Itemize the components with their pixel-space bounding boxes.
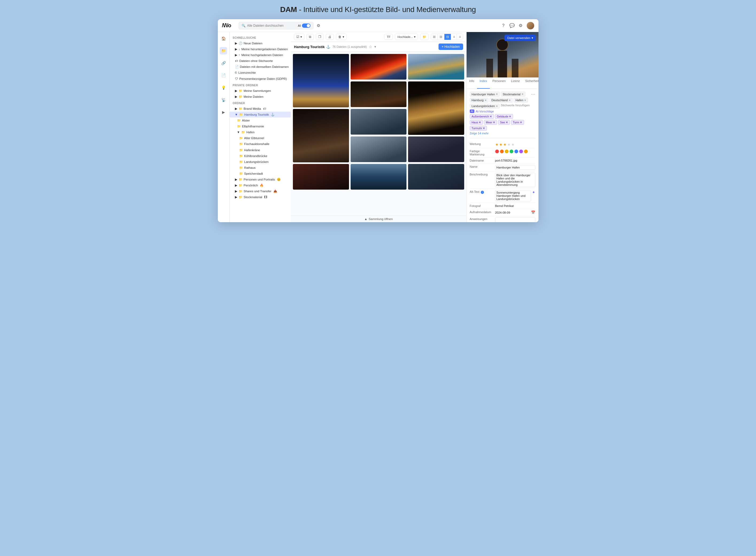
color-purple[interactable] (519, 149, 523, 153)
grid-cell-3[interactable] (408, 54, 464, 79)
view-list-compact[interactable]: ≡ (451, 34, 457, 40)
grid-cell-6[interactable] (293, 109, 349, 162)
tag-remove-icon[interactable]: ✕ (521, 93, 524, 96)
folder-btn[interactable]: 📁 (420, 34, 429, 40)
sidebar-hafenkraene[interactable]: 📁 Hafenkräne (230, 147, 291, 153)
grid-cell-1[interactable] (293, 54, 349, 107)
name-value[interactable]: Hamburger Hafen (495, 165, 535, 170)
color-red[interactable] (495, 149, 499, 153)
sidebar-alster[interactable]: 📁 Alster (230, 117, 291, 124)
view-large-grid[interactable]: ⊞ (431, 34, 438, 40)
show-more-btn[interactable]: Zeige 14 mehr (470, 132, 535, 135)
color-blue[interactable] (515, 149, 518, 153)
sidebar-my-collections[interactable]: ▶ 📁 Meine Sammlungen (230, 88, 291, 94)
collection-bar[interactable]: ▲ Sammlung öffnen (291, 215, 466, 222)
tag-remove-icon[interactable]: ✕ (483, 127, 485, 130)
tab-personen[interactable]: Personen (490, 77, 508, 89)
sidebar-personen-portraits[interactable]: ▶ 📁 Personen und Portraits 😊 (230, 176, 291, 182)
sidebar-no-keywords[interactable]: 🏷 Dateien ohne Stichworte (230, 58, 291, 64)
nav-play[interactable]: ▶ (220, 108, 227, 116)
tag-remove-icon[interactable]: ✕ (524, 99, 526, 102)
settings-icon[interactable]: ⚙ (518, 23, 523, 28)
view-list[interactable]: ≡ (457, 34, 463, 40)
sidebar-new-files[interactable]: ▶ 🕐 Neue Dateien (230, 40, 291, 46)
tag-remove-icon[interactable]: ✕ (479, 121, 481, 124)
sidebar-stockmaterial[interactable]: ▶ 📁 Stockmaterial 🎞 (230, 194, 291, 200)
chat-icon[interactable]: 💬 (510, 23, 515, 28)
tag-remove-icon[interactable]: ✕ (485, 99, 487, 102)
alt-text-value[interactable]: Sonnenuntergang Hamburger Hafen und Land… (495, 190, 535, 201)
ai-tag-turmuhr[interactable]: Turmuhr ✕ (470, 126, 487, 131)
sidebar-fischauktionshalle[interactable]: 📁 Fischauktionshalle (230, 141, 291, 147)
tag-remove-icon[interactable]: ✕ (509, 115, 511, 118)
rating-stars[interactable]: ★ ★ ★ ★ ★ (495, 142, 535, 147)
view-small-grid[interactable]: ⊟ (445, 34, 451, 40)
tag-deutschland[interactable]: Deutschland ✕ (490, 98, 513, 103)
upload-dropdown-btn[interactable]: Hochlade... ▾ (395, 34, 418, 40)
star-1[interactable]: ★ (495, 142, 499, 147)
sidebar-shares-transfer[interactable]: ▶ 📁 Shares und Transfer 📤 (230, 188, 291, 194)
nav-document[interactable]: 📄 (220, 72, 227, 79)
ai-generate-icon[interactable]: ✦ (532, 190, 535, 195)
tf-btn[interactable]: TF (384, 34, 393, 40)
tag-remove-icon[interactable]: ✕ (508, 99, 511, 102)
search-bar[interactable]: 🔍 AI (239, 22, 314, 29)
select-all-btn[interactable]: ☑ ▾ (294, 34, 304, 40)
sidebar-downloaded-files[interactable]: ▶ ↓ Meine heruntergeladenen Dateien (230, 46, 291, 52)
calendar-icon[interactable]: 📅 (531, 210, 535, 214)
nav-home[interactable]: 🏠 (220, 35, 227, 42)
sidebar-same-filename[interactable]: 📄 Dateien mit demselben Dateinamen (230, 64, 291, 70)
ai-toggle[interactable]: AI (298, 24, 310, 28)
help-icon[interactable]: ? (501, 23, 506, 28)
grid-cell-2[interactable] (351, 54, 406, 79)
sidebar-hafen[interactable]: ▼ 📁 Hafen (230, 129, 291, 135)
ai-tag-meer[interactable]: Meer ✕ (484, 120, 497, 125)
nav-files[interactable]: 📁 (220, 47, 227, 55)
ai-tag-turm[interactable]: Turm ✕ (511, 120, 524, 125)
grid-cell-4[interactable] (351, 81, 406, 107)
nav-share[interactable]: 🔗 (220, 59, 227, 67)
grid-cell-8[interactable] (351, 136, 406, 162)
search-input[interactable] (247, 24, 296, 28)
instructions-value[interactable] (495, 217, 535, 222)
chevron-down-icon[interactable]: ▾ (374, 45, 376, 48)
tag-landungsbruecken[interactable]: Landungsbrücken ✕ (470, 104, 500, 108)
color-orange[interactable] (500, 149, 504, 153)
sidebar-alter-elbtunnel[interactable]: 📁 Alter Elbtunnel (230, 135, 291, 141)
nav-podcast[interactable]: 📡 (220, 96, 227, 104)
color-green[interactable] (510, 149, 513, 153)
date-value[interactable]: 2024-08-09 📅 (495, 210, 535, 214)
more-options-btn[interactable]: ⋯ (531, 92, 535, 97)
star-5[interactable]: ★ (511, 142, 515, 147)
ai-tag-aussenbereich[interactable]: Außenbereich ✕ (470, 114, 494, 119)
star-2[interactable]: ★ (499, 142, 503, 147)
tag-hamburger-hafen[interactable]: Hamburger Hafen ✕ (470, 92, 500, 97)
tab-lizenz[interactable]: Lizenz (508, 77, 522, 89)
sidebar-persoenlich[interactable]: ▶ 📁 Persönlich 🔥 (230, 182, 291, 188)
grid-cell-11[interactable] (351, 164, 406, 189)
bookmark-icon[interactable]: ☆ (369, 45, 372, 49)
sidebar-landungsbruecken[interactable]: 📁 Landungsbrücken (230, 159, 291, 165)
sidebar-my-files[interactable]: ▶ 📁 Meine Dateien (230, 94, 291, 100)
copy-btn[interactable]: ⧉ (306, 34, 314, 40)
sidebar-gdpr[interactable]: 🛡 Personenbezogene Daten (GDPR) (230, 76, 291, 82)
grid-cell-10[interactable] (293, 164, 349, 189)
sidebar-koehlbrandbruecke[interactable]: 📁 Köhlbrandbrücke (230, 153, 291, 159)
add-keywords-btn[interactable]: Stichworte hinzufügen (501, 104, 530, 108)
delete-btn[interactable]: 🗑 ▾ (336, 34, 347, 40)
color-yellow[interactable] (505, 149, 508, 153)
tag-remove-icon[interactable]: ✕ (496, 93, 498, 96)
ai-tag-gebaeude[interactable]: Gebäude ✕ (495, 114, 513, 119)
grid-cell-7[interactable] (351, 109, 406, 135)
sidebar-speicherstadt[interactable]: 📁 Speicherstadt (230, 171, 291, 176)
print-btn[interactable]: 🖨 (326, 34, 334, 40)
grid-cell-9[interactable] (408, 136, 464, 162)
use-file-button[interactable]: Datei verwenden ▾ (504, 35, 535, 41)
user-avatar[interactable] (527, 22, 534, 29)
sidebar-uploaded-files[interactable]: ▶ ↑ Meine hochgeladenen Dateien (230, 52, 291, 58)
grid-cell-12[interactable] (408, 164, 464, 189)
star-3[interactable]: ★ (503, 142, 507, 147)
ai-toggle-pill[interactable] (302, 24, 310, 28)
tag-hamburg[interactable]: Hamburg ✕ (470, 98, 489, 103)
sidebar-brand-media[interactable]: ▶ 📁 Brand Media 🏷 (230, 106, 291, 112)
